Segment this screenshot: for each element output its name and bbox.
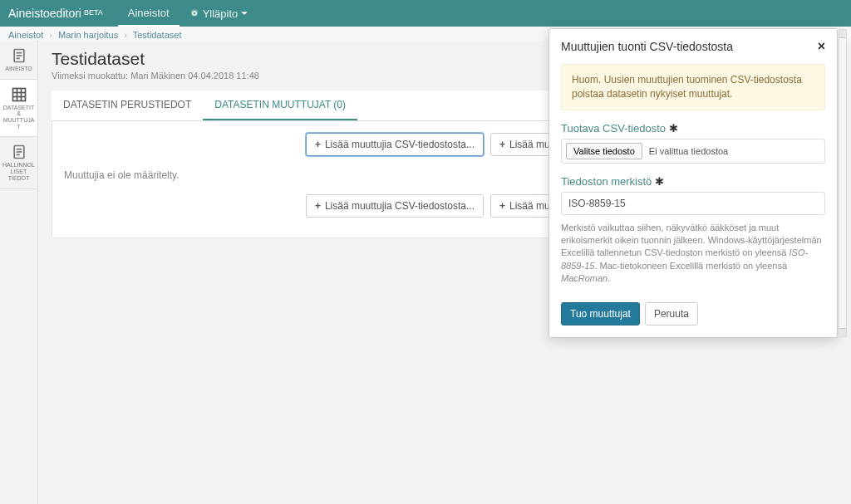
encoding-label: Tiedoston merkistö ✱ bbox=[561, 175, 825, 188]
import-csv-button[interactable]: + Lisää muuttujia CSV-tiedostosta... bbox=[306, 133, 484, 156]
import-csv-modal: Muuttujien tuonti CSV-tiedostosta × Huom… bbox=[548, 28, 838, 338]
plus-icon: + bbox=[315, 200, 321, 212]
nav-yllapito[interactable]: Ylläpito bbox=[180, 1, 258, 27]
import-csv-button[interactable]: + Lisää muuttujia CSV-tiedostosta... bbox=[306, 194, 484, 218]
caret-down-icon bbox=[241, 12, 248, 15]
app-brand[interactable]: Aineistoeditori BETA bbox=[8, 7, 103, 20]
breadcrumb-level3[interactable]: Testidataset bbox=[133, 30, 182, 40]
tab-perustiedot[interactable]: DATASETIN PERUSTIEDOT bbox=[52, 91, 203, 120]
warning-alert: Huom. Uusien muuttujien tuominen CSV-tie… bbox=[561, 64, 825, 110]
plus-icon: + bbox=[315, 139, 321, 150]
sidebar-label: DATASETIT & MUUTTUJAT bbox=[2, 105, 36, 130]
tab-muuttujat[interactable]: DATASETIN MUUTTUJAT (0) bbox=[203, 91, 357, 120]
plus-icon: + bbox=[499, 139, 505, 150]
nav-aineistot[interactable]: Aineistot bbox=[118, 0, 180, 27]
required-icon: ✱ bbox=[655, 175, 664, 188]
brand-badge: BETA bbox=[84, 8, 103, 17]
sidebar-item-aineisto[interactable]: AINEISTO bbox=[0, 41, 37, 80]
import-csv-label: Lisää muuttujia CSV-tiedostosta... bbox=[325, 139, 475, 150]
submit-button[interactable]: Tuo muuttujat bbox=[561, 302, 640, 325]
close-icon[interactable]: × bbox=[818, 39, 825, 54]
gear-icon bbox=[189, 8, 199, 18]
modal-footer: Tuo muuttujat Peruuta bbox=[549, 296, 837, 337]
cancel-button[interactable]: Peruuta bbox=[645, 302, 698, 325]
help-text-3: . bbox=[608, 273, 610, 283]
choose-file-button[interactable]: Valitse tiedosto bbox=[566, 143, 642, 159]
document-icon bbox=[11, 144, 27, 160]
file-label: Tuotava CSV-tiedosto ✱ bbox=[561, 122, 825, 135]
help-em-2: MacRoman bbox=[561, 273, 608, 283]
help-text-2: . Mac-tietokoneen Excelillä merkistö on … bbox=[594, 261, 787, 271]
file-status: Ei valittua tiedostoa bbox=[649, 146, 728, 156]
modal-body: Huom. Uusien muuttujien tuominen CSV-tie… bbox=[549, 64, 837, 296]
scrollbar-up[interactable] bbox=[839, 30, 846, 38]
plus-icon: + bbox=[499, 200, 505, 212]
sidebar-item-hallinnolliset[interactable]: HALLINNOLLISET TIEDOT bbox=[0, 137, 37, 188]
svg-rect-4 bbox=[12, 88, 25, 100]
sidebar-item-datasetit[interactable]: DATASETIT & MUUTTUJAT bbox=[0, 80, 37, 138]
help-text-1: Merkistö vaikuttaa siihen, näkyvätkö ääk… bbox=[561, 223, 822, 258]
breadcrumb-level2[interactable]: Marin harjoitus bbox=[58, 30, 118, 40]
nav-yllapito-label: Ylläpito bbox=[203, 7, 239, 20]
scrollbar-down[interactable] bbox=[839, 328, 846, 336]
encoding-label-text: Tiedoston merkistö bbox=[561, 175, 652, 188]
modal-scrollbar[interactable] bbox=[839, 29, 847, 337]
required-icon: ✱ bbox=[669, 122, 678, 135]
encoding-help: Merkistö vaikuttaa siihen, näkyvätkö ääk… bbox=[561, 222, 825, 286]
breadcrumb-sep: › bbox=[49, 30, 52, 40]
modal-title: Muuttujien tuonti CSV-tiedostosta bbox=[561, 40, 733, 53]
left-sidebar: AINEISTO DATASETIT & MUUTTUJAT HALLINNOL… bbox=[0, 41, 38, 504]
top-navbar: Aineistoeditori BETA Aineistot Ylläpito bbox=[0, 0, 851, 27]
grid-icon bbox=[11, 86, 27, 103]
sidebar-label: AINEISTO bbox=[5, 66, 32, 72]
breadcrumb-sep: › bbox=[124, 30, 127, 40]
breadcrumb-level1[interactable]: Aineistot bbox=[8, 30, 43, 40]
file-input-row: Valitse tiedosto Ei valittua tiedostoa bbox=[561, 139, 825, 164]
modal-header: Muuttujien tuonti CSV-tiedostosta × bbox=[549, 29, 837, 64]
sidebar-label: HALLINNOLLISET TIEDOT bbox=[2, 162, 36, 181]
import-csv-label: Lisää muuttujia CSV-tiedostosta... bbox=[325, 200, 475, 212]
encoding-input[interactable] bbox=[561, 192, 825, 215]
document-icon bbox=[11, 47, 27, 64]
brand-text: Aineistoeditori bbox=[8, 7, 81, 20]
file-label-text: Tuotava CSV-tiedosto bbox=[561, 122, 666, 135]
